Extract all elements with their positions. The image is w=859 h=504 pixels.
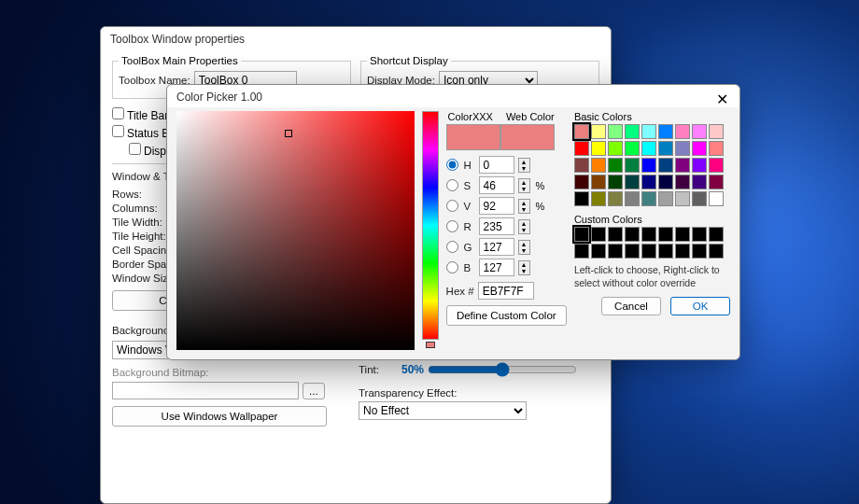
hue-marker[interactable] <box>426 342 435 348</box>
basic-color-cell[interactable] <box>574 158 589 173</box>
channel-v-radio[interactable] <box>446 200 458 212</box>
basic-color-cell[interactable] <box>692 158 707 173</box>
basic-color-cell[interactable] <box>692 175 707 189</box>
basic-color-cell[interactable] <box>658 191 673 206</box>
basic-color-cell[interactable] <box>675 191 690 206</box>
channel-v-input[interactable] <box>479 197 514 215</box>
transparency-select[interactable]: No Effect <box>359 401 527 420</box>
custom-color-cell[interactable] <box>658 244 673 259</box>
basic-color-cell[interactable] <box>625 175 640 189</box>
hue-strip[interactable] <box>422 111 439 340</box>
channel-g-input[interactable] <box>479 238 514 256</box>
background-legend: Background <box>112 325 169 336</box>
basic-color-cell[interactable] <box>625 158 640 173</box>
basic-color-cell[interactable] <box>608 191 623 206</box>
basic-color-cell[interactable] <box>692 124 707 139</box>
custom-color-cell[interactable] <box>574 244 589 259</box>
basic-color-cell[interactable] <box>574 141 589 156</box>
basic-color-cell[interactable] <box>658 141 673 156</box>
basic-color-cell[interactable] <box>641 191 656 206</box>
use-wallpaper-button[interactable]: Use Windows Wallpaper <box>112 406 327 427</box>
close-icon[interactable]: ✕ <box>716 91 728 108</box>
custom-color-cell[interactable] <box>608 227 623 242</box>
basic-color-cell[interactable] <box>675 158 690 173</box>
basic-color-cell[interactable] <box>574 124 589 139</box>
sv-marker[interactable] <box>285 130 292 137</box>
basic-color-cell[interactable] <box>658 158 673 173</box>
basic-color-cell[interactable] <box>641 158 656 173</box>
basic-color-cell[interactable] <box>675 124 690 139</box>
tint-slider[interactable] <box>428 362 577 377</box>
ok-button[interactable]: OK <box>670 297 730 315</box>
basic-color-cell[interactable] <box>709 124 724 139</box>
hex-input[interactable] <box>478 282 534 300</box>
spinner-buttons[interactable]: ▲▼ <box>518 219 530 234</box>
basic-color-cell[interactable] <box>675 175 690 189</box>
custom-color-cell[interactable] <box>675 244 690 259</box>
custom-color-cell[interactable] <box>625 227 640 242</box>
spinner-buttons[interactable]: ▲▼ <box>518 158 530 173</box>
custom-color-cell[interactable] <box>591 227 606 242</box>
window-title: Toolbox Window properties <box>101 27 611 49</box>
custom-color-cell[interactable] <box>641 227 656 242</box>
basic-color-cell[interactable] <box>625 124 640 139</box>
custom-color-cell[interactable] <box>574 227 589 242</box>
channel-h-input[interactable] <box>479 156 514 174</box>
bg-bitmap-input[interactable] <box>112 382 299 399</box>
browse-button[interactable]: ... <box>303 383 325 399</box>
basic-color-cell[interactable] <box>625 141 640 156</box>
basic-color-cell[interactable] <box>641 124 656 139</box>
basic-color-cell[interactable] <box>608 141 623 156</box>
channel-b-radio[interactable] <box>446 261 458 273</box>
basic-color-cell[interactable] <box>658 175 673 189</box>
spinner-buttons[interactable]: ▲▼ <box>518 260 530 275</box>
basic-color-cell[interactable] <box>608 175 623 189</box>
basic-color-cell[interactable] <box>591 191 606 206</box>
channel-g-radio[interactable] <box>446 241 458 253</box>
basic-color-cell[interactable] <box>709 158 724 173</box>
custom-color-cell[interactable] <box>692 227 707 242</box>
custom-color-cell[interactable] <box>608 244 623 259</box>
basic-color-cell[interactable] <box>608 158 623 173</box>
channel-r-input[interactable] <box>479 217 514 235</box>
channel-r-radio[interactable] <box>446 220 458 232</box>
basic-color-cell[interactable] <box>675 141 690 156</box>
basic-color-cell[interactable] <box>574 175 589 189</box>
cancel-button[interactable]: Cancel <box>601 297 661 315</box>
channel-s-input[interactable] <box>479 176 514 194</box>
basic-color-cell[interactable] <box>709 175 724 189</box>
custom-color-cell[interactable] <box>658 227 673 242</box>
custom-color-cell[interactable] <box>675 227 690 242</box>
preview-header-current: ColorXXX <box>448 111 493 122</box>
basic-color-cell[interactable] <box>709 191 724 206</box>
define-custom-color-button[interactable]: Define Custom Color <box>446 305 567 326</box>
channel-s-radio[interactable] <box>446 179 458 191</box>
basic-color-cell[interactable] <box>709 141 724 156</box>
custom-color-cell[interactable] <box>709 227 724 242</box>
custom-color-cell[interactable] <box>709 244 724 259</box>
custom-color-cell[interactable] <box>692 244 707 259</box>
spinner-buttons[interactable]: ▲▼ <box>518 199 530 214</box>
basic-color-cell[interactable] <box>692 191 707 206</box>
custom-color-cell[interactable] <box>625 244 640 259</box>
basic-color-cell[interactable] <box>591 124 606 139</box>
basic-color-cell[interactable] <box>692 141 707 156</box>
spinner-buttons[interactable]: ▲▼ <box>518 240 530 255</box>
basic-color-cell[interactable] <box>574 191 589 206</box>
custom-color-cell[interactable] <box>641 244 656 259</box>
basic-color-cell[interactable] <box>591 158 606 173</box>
channel-b-input[interactable] <box>479 259 514 276</box>
color-preview-web <box>500 124 555 150</box>
basic-color-cell[interactable] <box>641 175 656 189</box>
custom-color-cell[interactable] <box>591 244 606 259</box>
basic-color-cell[interactable] <box>658 124 673 139</box>
basic-color-cell[interactable] <box>625 191 640 206</box>
basic-color-cell[interactable] <box>591 175 606 189</box>
saturation-value-field[interactable] <box>176 111 415 350</box>
basic-color-cell[interactable] <box>641 141 656 156</box>
spinner-buttons[interactable]: ▲▼ <box>518 178 530 193</box>
channel-h-radio[interactable] <box>446 159 458 171</box>
basic-color-cell[interactable] <box>608 124 623 139</box>
basic-colors-grid <box>574 124 730 206</box>
basic-color-cell[interactable] <box>591 141 606 156</box>
